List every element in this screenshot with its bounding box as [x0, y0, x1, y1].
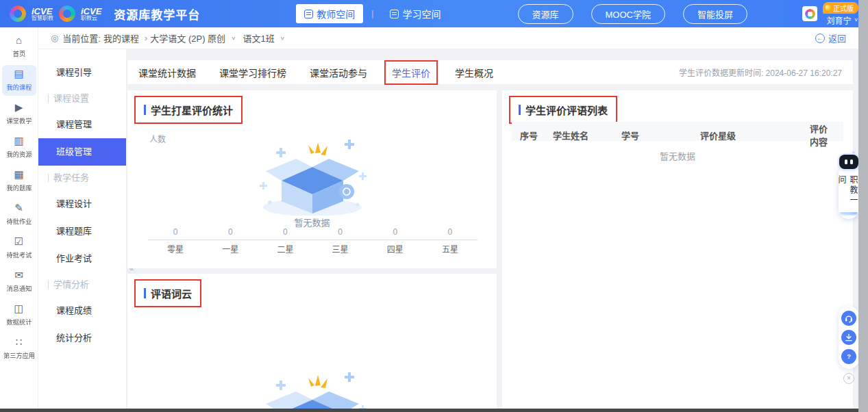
customer-service-button[interactable]	[841, 311, 856, 326]
window-bottom-edge	[0, 409, 858, 412]
breadcrumb-course[interactable]: 大学语文 (2P) 原创	[150, 31, 225, 44]
assistant-widget[interactable]: ✦ 职教一问	[839, 164, 859, 219]
smart-cast-button[interactable]: 智能投屏	[683, 4, 747, 24]
robot-icon	[839, 155, 858, 169]
breadcrumb-class[interactable]: 语文1班	[243, 31, 274, 44]
platform-title: 资源库教学平台	[114, 5, 200, 23]
empty-state-illustration	[244, 370, 381, 409]
question-bank-icon: ▦	[14, 169, 23, 180]
mooc-academy-button[interactable]: MOOC学院	[591, 4, 665, 24]
back-button[interactable]: ← 返回	[815, 31, 846, 44]
home-icon: ⌂	[16, 35, 22, 46]
rail-item-my-courses[interactable]: ▤ 我的课程	[2, 65, 36, 96]
annotation-box-list-title: 学生评价评语列表	[509, 96, 617, 124]
help-button[interactable]: ?	[841, 349, 856, 364]
chevron-down-icon[interactable]: ∨	[231, 36, 236, 41]
question-icon: ?	[844, 352, 854, 361]
classroom-teaching-icon: ▶	[15, 102, 23, 113]
rail-item-question-bank[interactable]: ▦ 我的题库	[2, 166, 36, 196]
annotation-box-star-title: 学生打星评价统计	[134, 96, 243, 124]
tab-learning-ranking[interactable]: 课堂学习排行榜	[219, 66, 286, 79]
sidebar-item-course-grades[interactable]: 课程成绩	[38, 297, 126, 324]
pending-homework-icon: ✎	[14, 203, 23, 214]
app-shortcut-icon[interactable]	[802, 6, 817, 21]
rail-item-third-party[interactable]: ∷ 第三方应用	[2, 333, 36, 364]
assistant-label: 职教一问	[839, 175, 859, 215]
table-header-row: 序号 学生姓名 学号 评价星级 评价内容	[512, 122, 843, 141]
nav-learning-space[interactable]: 学习空间	[382, 4, 449, 23]
location-label: 当前位置:	[62, 31, 101, 44]
panel-word-cloud: 评语词云	[127, 274, 497, 409]
sidebar-item-course-question-bank[interactable]: 课程题库	[38, 218, 126, 245]
rail-item-classroom-teaching[interactable]: ▶ 课堂教学	[2, 99, 36, 129]
wave-decoration	[840, 212, 858, 218]
brand2-sub: 职教云	[81, 16, 101, 21]
username[interactable]: 刘育宁 ∨	[826, 14, 858, 26]
rail-item-pending-homework[interactable]: ✎ 待批作业	[2, 199, 36, 230]
panel-title: 学生评价评语列表	[510, 97, 616, 123]
tab-student-overview[interactable]: 学生概况	[455, 66, 493, 79]
location-icon: ◎	[51, 33, 58, 43]
panel-title: 学生打星评价统计	[136, 97, 241, 123]
breadcrumb: ◎ 当前位置: 我的课程 › 大学语文 (2P) 原创 ∨ 语文1班 ∨ ← 返…	[38, 27, 858, 49]
close-floating-toolbar-button[interactable]: ×	[843, 373, 854, 384]
left-rail: ⌂ 首页 ▤ 我的课程 ▶ 课堂教学 ▥ 我的资源 ▦ 我的题库 ✎ 待批作业 …	[0, 27, 38, 412]
rail-item-pending-exam[interactable]: ☑ 待批考试	[2, 233, 36, 263]
chart-category-labels: 零星 一星 二星 三星 四星 五星	[148, 243, 478, 255]
download-button[interactable]	[841, 330, 856, 345]
user-block[interactable]: 正式版 刘育宁 ∨	[802, 2, 858, 26]
brand1-name: iCVE	[32, 7, 53, 16]
breadcrumb-sep-icon: ›	[145, 33, 147, 43]
sidebar-item-statistical-analysis[interactable]: 统计分析	[38, 324, 126, 352]
rail-item-data-statistics[interactable]: ◫ 数据统计	[2, 300, 36, 331]
table-empty-text: 暂无数据	[502, 149, 853, 162]
headset-icon	[844, 313, 854, 323]
chart-values: 0 0 0 0 0 0	[148, 227, 478, 237]
app-window: iCVE 智慧职教 iCVE 职教云 资源库教学平台 教师空间 | 学习空间 资…	[0, 0, 868, 412]
chevron-down-icon[interactable]: ∨	[280, 36, 285, 41]
col-index: 序号	[520, 129, 553, 142]
rail-item-home[interactable]: ⌂ 首页	[2, 31, 36, 62]
chevron-down-icon: ∨	[854, 17, 858, 23]
brand2-name: iCVE	[81, 7, 101, 16]
back-arrow-icon: ←	[815, 34, 825, 43]
panel-comment-list: 学生评价评语列表 序号 学生姓名 学号 评价星级 评价内容 暂无数据	[502, 90, 853, 409]
chart-x-axis: 0 0 0 0 0 0 零星 一星 二星 三星 四星 五星	[148, 227, 478, 255]
resource-library-button[interactable]: 资源库	[518, 4, 573, 24]
my-courses-icon: ▤	[14, 68, 23, 79]
message-icon: ✉	[14, 270, 23, 281]
zhijiaoyun-logo-icon	[59, 5, 75, 22]
svg-text:?: ?	[847, 353, 851, 360]
window-right-edge	[858, 0, 868, 412]
tab-classroom-statistics[interactable]: 课堂统计数据	[138, 66, 196, 79]
sidebar-item-class-management[interactable]: 班级管理	[38, 138, 126, 166]
top-nav: 教师空间 | 学习空间	[296, 4, 449, 23]
panel-title: 评语词云	[136, 281, 200, 306]
chart-axis-line	[148, 240, 478, 240]
sidebar-item-course-management[interactable]: 课程管理	[38, 111, 126, 138]
pending-exam-icon: ☑	[14, 236, 23, 247]
medal-icon	[825, 5, 831, 11]
sidebar-item-homework-exam[interactable]: 作业考试	[38, 245, 126, 272]
top-header: iCVE 智慧职教 iCVE 职教云 资源库教学平台 教师空间 | 学习空间 资…	[0, 0, 868, 27]
icve-logo-icon	[10, 5, 26, 22]
floating-toolbar: ?	[839, 306, 859, 369]
col-star-rating: 评价星级	[700, 129, 810, 142]
rail-item-messages[interactable]: ✉ 消息通知	[2, 266, 36, 297]
data-statistics-icon: ◫	[14, 303, 23, 314]
breadcrumb-root[interactable]: 我的课程	[103, 31, 139, 44]
tab-student-evaluation[interactable]: 学生评价	[392, 68, 430, 79]
learning-space-icon	[390, 10, 399, 18]
chart-y-axis-label: 人数	[149, 133, 166, 144]
sidebar-section-course-settings: 课程设置	[38, 86, 126, 111]
nav-teacher-space[interactable]: 教师空间	[296, 4, 363, 23]
annotation-box-wordcloud-title: 评语词云	[134, 279, 201, 307]
sidebar-item-course-design[interactable]: 课程设计	[38, 190, 126, 218]
tab-activity-participation[interactable]: 课堂活动参与	[310, 66, 367, 79]
download-icon	[844, 333, 854, 342]
panel-star-rating-stats: 学生打星评价统计 人数 暂无数据 0 0 0 0 0 0 零星 一星 二星 三星…	[127, 90, 497, 268]
sidebar-section-learning-analysis: 学情分析	[38, 272, 126, 297]
sidebar-item-course-guide[interactable]: 课程引导	[38, 59, 126, 86]
col-student-name: 学生姓名	[553, 129, 621, 142]
rail-item-my-resources[interactable]: ▥ 我的资源	[2, 132, 36, 163]
